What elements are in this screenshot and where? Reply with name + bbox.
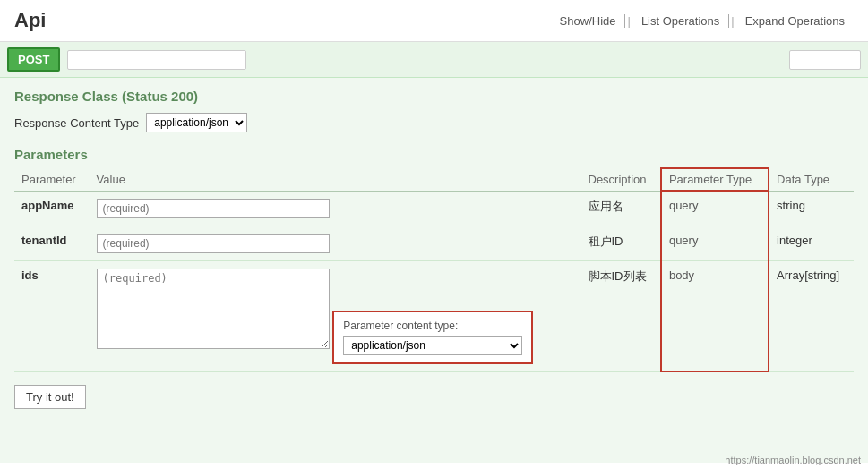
response-content-type-select[interactable]: application/json <box>146 113 247 132</box>
post-bar: POST <box>0 42 868 78</box>
param-type-appname: query <box>661 191 769 226</box>
parameters-title: Parameters <box>14 147 854 162</box>
col-data-type: Data Type <box>769 168 854 191</box>
param-datatype-ids: Array[string] <box>769 260 854 371</box>
page-title: Api <box>14 9 46 32</box>
param-input-appname[interactable] <box>97 199 330 218</box>
param-value-appname <box>90 191 581 226</box>
response-content-type-row: Response Content Type application/json <box>14 113 854 132</box>
col-description: Description <box>581 168 661 191</box>
table-header-row: Parameter Value Description Parameter Ty… <box>14 168 854 191</box>
post-badge[interactable]: POST <box>7 47 60 72</box>
param-desc-ids: 脚本ID列表 <box>581 260 661 371</box>
expand-operations-link[interactable]: Expand Operations <box>736 14 854 28</box>
param-name-tenantid: tenantId <box>14 226 90 260</box>
response-class-title: Response Class (Status 200) <box>14 89 854 104</box>
parameters-table: Parameter Value Description Parameter Ty… <box>14 167 854 372</box>
param-value-tenantid <box>90 226 581 260</box>
param-desc-tenantid: 租户ID <box>581 226 661 260</box>
param-desc-appname: 应用名 <box>581 191 661 226</box>
footer-url: https://tianmaolin.blog.csdn.net <box>725 455 861 463</box>
param-textarea-ids[interactable] <box>97 269 330 349</box>
table-row: appName 应用名 query string <box>14 191 854 226</box>
show-hide-link[interactable]: Show/Hide <box>551 14 626 28</box>
response-content-type-label: Response Content Type <box>14 116 139 130</box>
post-url-bar <box>67 50 246 70</box>
divider-2: | <box>731 14 734 28</box>
param-datatype-appname: string <box>769 191 854 226</box>
col-parameter: Parameter <box>14 168 90 191</box>
param-value-ids: Parameter content type: application/json <box>90 260 581 371</box>
header-links: Show/Hide | List Operations | Expand Ope… <box>551 14 854 28</box>
param-input-tenantid[interactable] <box>97 234 330 253</box>
param-content-type-box: Parameter content type: application/json <box>332 311 533 364</box>
table-row: ids Parameter content type: application/… <box>14 260 854 371</box>
post-right-bar <box>789 50 861 70</box>
list-operations-link[interactable]: List Operations <box>632 14 729 28</box>
col-parameter-type: Parameter Type <box>661 168 769 191</box>
col-value: Value <box>90 168 581 191</box>
try-it-out-button[interactable]: Try it out! <box>14 385 86 409</box>
param-name-appname: appName <box>14 191 90 226</box>
main-content: Response Class (Status 200) Response Con… <box>0 78 868 463</box>
header: Api Show/Hide | List Operations | Expand… <box>0 0 868 42</box>
param-name-ids: ids <box>14 260 90 371</box>
param-datatype-tenantid: integer <box>769 226 854 260</box>
param-content-type-label: Parameter content type: <box>343 320 522 332</box>
table-row: tenantId 租户ID query integer <box>14 226 854 260</box>
param-type-tenantid: query <box>661 226 769 260</box>
param-content-type-select[interactable]: application/json <box>343 336 522 355</box>
divider-1: | <box>627 14 630 28</box>
param-type-ids: body <box>661 260 769 371</box>
